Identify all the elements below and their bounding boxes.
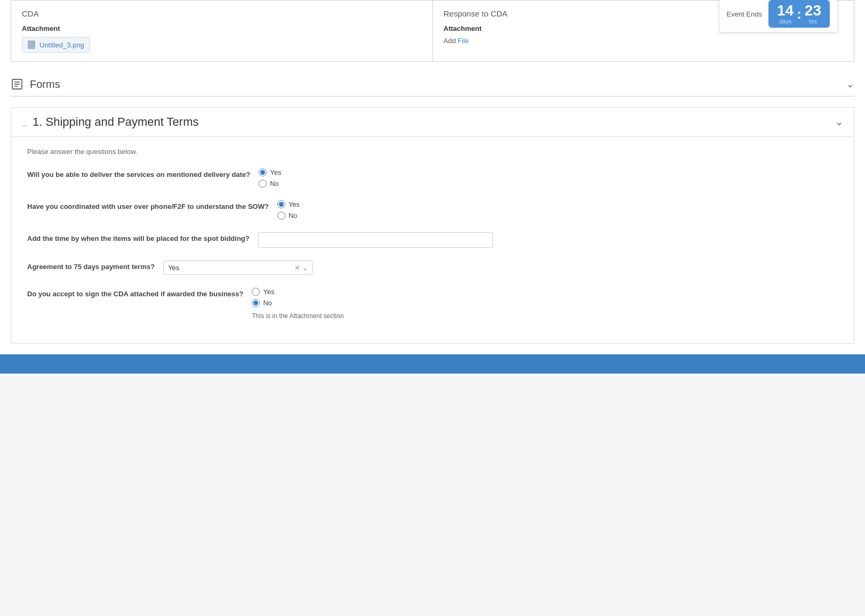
q2-no-radio[interactable] [277,212,285,220]
q4-select-arrow[interactable]: ⌄ [302,264,308,272]
add-file-link[interactable]: File [458,37,469,45]
cda-attachment-file[interactable]: Untitled_3.png [22,37,90,53]
forms-icon [11,78,23,91]
q2-yes-radio[interactable] [277,200,285,208]
q1-no-option[interactable]: No [259,180,281,188]
cda-section: Event Ends 14 days : 23 hrs CDA Attachme… [11,0,854,62]
form-row-q5: Do you accept to sign the CDA attached i… [27,288,838,320]
q3-label: Add the time by when the items will be p… [27,232,250,244]
q1-control: Yes No [259,168,281,188]
q2-no-label: No [289,212,298,220]
timer-days-unit: days [779,18,791,25]
add-text: Add [444,37,456,45]
q4-select-wrapper[interactable]: Yes ✕ ⌄ [163,261,313,275]
forms-header-left: Forms [11,78,60,91]
event-timer-label: Event Ends [727,10,763,18]
q2-label: Have you coordinated with user over phon… [27,200,269,212]
q4-select-value: Yes [168,264,294,272]
timer-colon: : [797,6,802,22]
shipping-chevron-icon[interactable]: ⌄ [835,116,843,128]
q2-yes-option[interactable]: Yes [277,200,300,208]
form-row-q1: Will you be able to deliver the services… [27,168,838,188]
shipping-header: _ 1. Shipping and Payment Terms ⌄ [11,108,854,137]
q5-no-label: No [263,299,272,307]
q5-yes-label: Yes [263,288,274,296]
add-file-area: Add File [444,37,844,45]
cda-left-col: CDA Attachment Untitled_3.png [11,1,433,61]
q5-label: Do you accept to sign the CDA attached i… [27,288,243,299]
timer-display: 14 days : 23 hrs [768,0,830,28]
forms-title: Forms [30,78,60,91]
forms-collapse-icon[interactable]: ⌄ [846,78,854,90]
q4-label: Agreement to 75 days payment terms? [27,261,155,272]
q2-control: Yes No [277,200,300,220]
timer-hours-unit: hrs [809,18,817,25]
q4-select-clear[interactable]: ✕ [294,264,300,272]
bottom-bar [0,354,865,374]
forms-section: Forms ⌄ _ 1. Shipping and Payment Terms … [11,72,854,344]
form-instruction: Please answer the questions below. [27,148,838,156]
q3-control [258,232,493,248]
q2-yes-label: Yes [289,200,300,208]
cda-file-name: Untitled_3.png [39,41,84,49]
q5-attachment-note: This is in the Attachment section [252,312,343,320]
shipping-title-area: _ 1. Shipping and Payment Terms [22,115,198,129]
form-row-q2: Have you coordinated with user over phon… [27,200,838,220]
q1-no-label: No [270,180,279,188]
q1-yes-radio[interactable] [259,168,267,176]
shipping-body: Please answer the questions below. Will … [11,137,854,343]
form-row-q4: Agreement to 75 days payment terms? Yes … [27,261,838,275]
q1-no-radio[interactable] [259,180,267,188]
q1-yes-option[interactable]: Yes [259,168,281,176]
cda-attachment-label: Attachment [22,25,422,33]
forms-header: Forms ⌄ [11,72,854,96]
q5-yes-radio[interactable] [252,288,260,296]
timer-hours-value: 23 [805,3,821,18]
q5-control: Yes No This is in the Attachment section [252,288,343,320]
shipping-title: 1. Shipping and Payment Terms [33,115,198,129]
q1-label: Will you be able to deliver the services… [27,168,250,180]
form-row-q3: Add the time by when the items will be p… [27,232,838,248]
q5-no-option[interactable]: No [252,299,343,307]
shipping-collapse-btn[interactable]: _ [22,117,27,127]
cda-left-title: CDA [22,9,422,18]
page-wrapper: Event Ends 14 days : 23 hrs CDA Attachme… [0,0,865,374]
q4-control: Yes ✕ ⌄ [163,261,313,275]
q3-text-input[interactable] [258,232,493,248]
shipping-section: _ 1. Shipping and Payment Terms ⌄ Please… [11,107,854,344]
q5-yes-option[interactable]: Yes [252,288,343,296]
timer-days-block: 14 days [777,3,794,25]
q1-yes-label: Yes [270,168,281,176]
q5-no-radio[interactable] [252,299,260,307]
timer-hours-block: 23 hrs [805,3,821,25]
q2-no-option[interactable]: No [277,212,300,220]
file-icon [28,40,35,49]
event-timer: Event Ends 14 days : 23 hrs [719,0,838,33]
timer-days-value: 14 [777,3,794,18]
